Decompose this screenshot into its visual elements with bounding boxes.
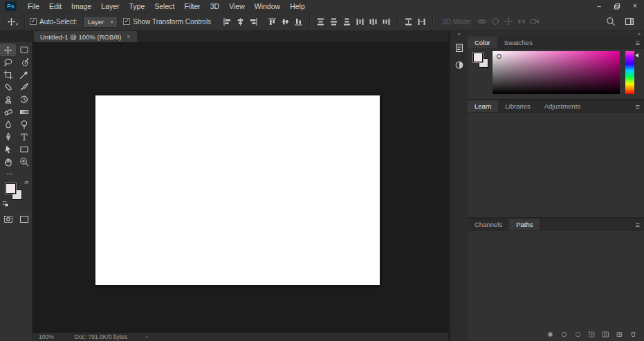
hue-slider-marker[interactable] (635, 53, 638, 57)
distribute-top-edges-button[interactable] (315, 16, 326, 28)
color-picker-cursor[interactable] (497, 54, 502, 59)
rectangular-marquee-tool[interactable] (16, 44, 32, 56)
history-brush-tool[interactable] (16, 93, 32, 106)
distribute-vertical-spacing-button[interactable] (403, 16, 414, 28)
gradient-tool-icon (19, 107, 29, 117)
close-button[interactable]: × (626, 0, 644, 12)
distribute-vertical-centers-button[interactable] (328, 16, 340, 28)
saturation-brightness-field[interactable] (493, 51, 620, 94)
learn-panel-menu-icon[interactable]: ≡ (632, 100, 644, 112)
default-foreground-mini-swatch[interactable] (3, 201, 6, 205)
foreground-color-swatch[interactable] (473, 53, 483, 62)
gradient-tool[interactable] (16, 106, 32, 118)
tab-channels[interactable]: Channels (468, 219, 509, 230)
auto-select-target-dropdown[interactable]: Layer ▾ (83, 16, 118, 28)
move-tool[interactable] (0, 44, 16, 56)
zoom-level-field[interactable]: 100% (39, 333, 54, 340)
swap-colors-icon[interactable]: ⇄ (24, 180, 28, 185)
collapse-panels-button[interactable]: » (468, 31, 644, 37)
add-mask-button[interactable] (601, 331, 609, 339)
menu-select[interactable]: Select (149, 0, 179, 12)
tab-close-icon[interactable]: × (127, 33, 130, 40)
pen-tool[interactable] (0, 131, 16, 143)
status-options-chevron-icon[interactable]: › (145, 333, 147, 340)
artboard[interactable] (95, 95, 380, 285)
tab-swatches[interactable]: Swatches (497, 37, 540, 48)
history-panel-button[interactable] (452, 40, 466, 55)
crop-tool[interactable] (0, 68, 16, 81)
distribute-left-edges-button[interactable] (354, 16, 366, 28)
menu-edit[interactable]: Edit (44, 0, 66, 12)
menu-help[interactable]: Help (285, 0, 310, 12)
stroke-path-button[interactable] (560, 331, 568, 339)
zoom-tool[interactable] (16, 156, 32, 168)
menu-window[interactable]: Window (250, 0, 285, 12)
menu-3d[interactable]: 3D (205, 0, 224, 12)
3d-camera-button[interactable] (528, 16, 540, 28)
align-vertical-centers-button[interactable] (279, 16, 291, 28)
document-tab[interactable]: Untitled-1 @ 100% (RGB/8) × (34, 31, 137, 42)
align-top-edges-button[interactable] (266, 16, 278, 28)
path-selection-tool[interactable] (0, 143, 16, 156)
workspace-switcher-button[interactable] (624, 16, 636, 28)
type-tool[interactable] (16, 131, 32, 143)
eyedropper-tool[interactable] (16, 68, 32, 81)
foreground-color-swatch[interactable] (6, 183, 16, 194)
quick-selection-tool[interactable] (16, 56, 32, 68)
menu-layer[interactable]: Layer (96, 0, 124, 12)
hue-slider[interactable] (625, 51, 634, 94)
auto-select-checkbox[interactable]: ✓ Auto-Select: (30, 18, 77, 26)
search-button[interactable] (605, 16, 616, 28)
distribute-horizontal-centers-button[interactable] (367, 16, 379, 28)
new-path-button[interactable] (615, 331, 623, 339)
dodge-tool[interactable] (16, 118, 32, 131)
tools-sidebar: ⋯ ⇄ (0, 42, 33, 341)
paths-panel-menu-icon[interactable]: ≡ (632, 219, 644, 230)
load-path-as-selection-button[interactable] (573, 331, 582, 339)
menu-filter[interactable]: Filter (179, 0, 205, 12)
minimize-button[interactable]: – (590, 0, 608, 12)
align-left-edges-button[interactable] (221, 16, 233, 28)
tab-paths[interactable]: Paths (509, 219, 540, 230)
distribute-horizontal-spacing-button[interactable] (416, 16, 427, 28)
move-tool-icon (3, 46, 12, 55)
blur-tool[interactable] (0, 118, 16, 131)
brush-tool[interactable] (16, 81, 32, 93)
distribute-right-edges-button[interactable] (380, 16, 392, 28)
fill-path-button[interactable] (546, 331, 554, 339)
tab-adjustments[interactable]: Adjustments (537, 100, 587, 112)
distribute-bottom-edges-button[interactable] (341, 16, 353, 28)
expand-panels-button[interactable]: « (450, 31, 468, 37)
3d-roll-button[interactable] (489, 16, 501, 28)
spot-healing-brush-tool[interactable] (0, 81, 16, 93)
align-right-edges-button[interactable] (248, 16, 259, 28)
rectangle-tool[interactable] (16, 143, 32, 156)
menu-image[interactable]: Image (66, 0, 96, 12)
delete-path-button[interactable] (629, 331, 637, 339)
align-horizontal-centers-button[interactable] (234, 16, 246, 28)
show-transform-controls-checkbox[interactable]: ✓ Show Transform Controls (123, 18, 211, 26)
menu-view[interactable]: View (224, 0, 250, 12)
hand-tool[interactable] (0, 156, 16, 168)
3d-slide-button[interactable] (515, 16, 527, 28)
screen-mode-button[interactable] (16, 213, 32, 225)
align-bottom-edges-button[interactable] (293, 16, 304, 28)
edit-toolbar-button[interactable]: ⋯ (0, 171, 13, 178)
color-panel-menu-icon[interactable]: ≡ (632, 37, 644, 48)
paths-panel-actions (468, 329, 644, 340)
clone-stamp-tool[interactable] (0, 93, 16, 106)
tab-learn[interactable]: Learn (468, 100, 498, 112)
make-work-path-button[interactable] (587, 331, 596, 339)
restore-button[interactable] (608, 0, 626, 12)
menu-type[interactable]: Type (124, 0, 149, 12)
eraser-tool[interactable] (0, 106, 16, 118)
3d-pan-button[interactable] (502, 16, 514, 28)
3d-orbit-button[interactable] (476, 16, 488, 28)
quick-mask-button[interactable] (0, 213, 16, 225)
canvas-workspace[interactable] (33, 42, 448, 332)
tab-color[interactable]: Color (468, 37, 497, 48)
lasso-tool[interactable] (0, 56, 16, 68)
tab-libraries[interactable]: Libraries (498, 100, 537, 112)
menu-file[interactable]: File (23, 0, 44, 12)
properties-panel-button[interactable] (452, 57, 466, 72)
